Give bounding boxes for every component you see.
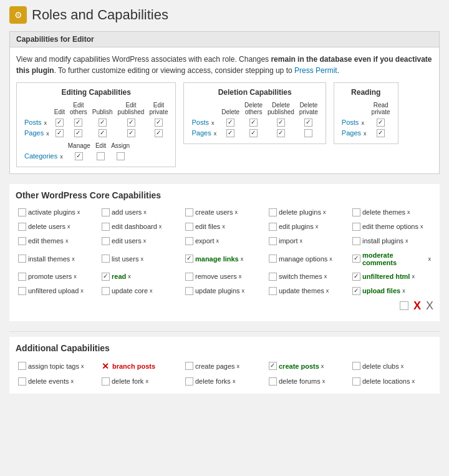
edit-files-remove[interactable]: x: [222, 223, 225, 230]
assign-topic-tags-checkbox[interactable]: [18, 362, 26, 370]
edit-users-checkbox[interactable]: [102, 237, 110, 245]
switch-themes-checkbox[interactable]: [269, 273, 277, 281]
delete-users-remove[interactable]: x: [67, 223, 70, 230]
delete-clubs-checkbox[interactable]: [352, 362, 360, 370]
press-permit-link[interactable]: Press Permit: [294, 66, 337, 75]
list-users-checkbox[interactable]: [102, 255, 110, 263]
delete-fork-checkbox[interactable]: [102, 377, 110, 386]
pages-link[interactable]: Pages: [24, 129, 44, 137]
upload-files-checkbox[interactable]: [352, 287, 360, 295]
red-x-button[interactable]: X: [413, 299, 421, 313]
moderate-comments-remove[interactable]: x: [428, 256, 432, 262]
create-posts-remove[interactable]: x: [321, 363, 324, 369]
delete-locations-checkbox[interactable]: [352, 377, 360, 386]
update-plugins-remove[interactable]: x: [242, 288, 245, 294]
delete-forums-checkbox[interactable]: [269, 377, 277, 386]
del-pages-published-checkbox[interactable]: [277, 129, 285, 137]
delete-events-remove[interactable]: x: [70, 378, 74, 384]
del-pages-delete-checkbox[interactable]: [226, 129, 234, 137]
delete-plugins-remove[interactable]: x: [323, 209, 326, 215]
pages-edit-checkbox[interactable]: [56, 129, 64, 137]
remove-users-remove[interactable]: x: [239, 273, 242, 279]
posts-edit-published-checkbox[interactable]: [127, 119, 135, 127]
edit-dashboard-remove[interactable]: x: [159, 223, 162, 230]
cat-manage-checkbox[interactable]: [75, 152, 83, 160]
delete-events-checkbox[interactable]: [18, 377, 26, 386]
delete-themes-remove[interactable]: x: [407, 209, 410, 215]
import-remove[interactable]: x: [300, 238, 303, 244]
edit-plugins-remove[interactable]: x: [316, 223, 319, 230]
export-remove[interactable]: x: [216, 238, 220, 244]
read-remove[interactable]: x: [128, 273, 131, 279]
del-posts-others-checkbox[interactable]: [249, 119, 258, 127]
promote-users-checkbox[interactable]: [18, 273, 26, 281]
del-posts-private-checkbox[interactable]: [304, 119, 312, 127]
delete-forks-checkbox[interactable]: [185, 377, 193, 386]
del-pages-others-checkbox[interactable]: [249, 129, 258, 137]
del-posts-delete-checkbox[interactable]: [226, 119, 234, 127]
activate-plugins-remove[interactable]: x: [77, 209, 80, 215]
del-pages-private-checkbox[interactable]: [304, 129, 312, 137]
pages-remove[interactable]: x: [46, 130, 49, 137]
activate-plugins-checkbox[interactable]: [18, 208, 26, 216]
install-plugins-checkbox[interactable]: [352, 237, 360, 245]
unfiltered-html-checkbox[interactable]: [352, 273, 360, 281]
edit-plugins-checkbox[interactable]: [269, 223, 277, 231]
read-posts-remove[interactable]: x: [361, 120, 364, 126]
posts-edit-others-checkbox[interactable]: [74, 119, 82, 127]
categories-remove[interactable]: x: [60, 153, 63, 160]
update-core-remove[interactable]: x: [150, 288, 153, 294]
create-pages-remove[interactable]: x: [237, 363, 240, 369]
edit-themes-checkbox[interactable]: [18, 237, 26, 245]
del-pages-link[interactable]: Pages: [191, 129, 211, 137]
del-posts-link[interactable]: Posts: [191, 119, 209, 126]
posts-edit-private-checkbox[interactable]: [155, 119, 163, 127]
pages-publish-checkbox[interactable]: [99, 129, 107, 137]
posts-link[interactable]: Posts: [24, 119, 42, 126]
update-core-checkbox[interactable]: [102, 287, 110, 295]
del-pages-remove[interactable]: x: [214, 130, 217, 137]
add-users-checkbox[interactable]: [102, 208, 110, 216]
read-pages-remove[interactable]: x: [364, 130, 367, 137]
unfiltered-upload-checkbox[interactable]: [18, 287, 26, 295]
delete-themes-checkbox[interactable]: [352, 208, 360, 216]
read-posts-private-checkbox[interactable]: [377, 119, 385, 127]
create-users-remove[interactable]: x: [235, 209, 238, 215]
posts-publish-checkbox[interactable]: [99, 119, 107, 127]
edit-dashboard-checkbox[interactable]: [102, 223, 110, 231]
delete-users-checkbox[interactable]: [18, 223, 26, 231]
gray-x-button[interactable]: X: [426, 299, 433, 313]
delete-forks-remove[interactable]: x: [233, 378, 236, 384]
unfiltered-upload-remove[interactable]: x: [80, 288, 84, 294]
import-checkbox[interactable]: [269, 237, 277, 245]
posts-remove[interactable]: x: [44, 120, 47, 126]
del-posts-published-checkbox[interactable]: [277, 119, 285, 127]
delete-plugins-checkbox[interactable]: [269, 208, 277, 216]
manage-links-checkbox[interactable]: [185, 255, 193, 263]
create-users-checkbox[interactable]: [185, 208, 193, 216]
list-users-remove[interactable]: x: [140, 256, 143, 262]
del-posts-remove[interactable]: x: [211, 120, 215, 126]
cat-assign-checkbox[interactable]: [117, 152, 125, 160]
bulk-checkbox-icon[interactable]: [400, 301, 408, 310]
posts-edit-checkbox[interactable]: [56, 119, 64, 127]
pages-edit-published-checkbox[interactable]: [127, 129, 135, 137]
manage-links-remove[interactable]: x: [241, 256, 244, 262]
read-posts-link[interactable]: Posts: [342, 119, 359, 126]
update-plugins-checkbox[interactable]: [185, 287, 193, 295]
moderate-comments-checkbox[interactable]: [352, 255, 360, 263]
update-themes-checkbox[interactable]: [269, 287, 277, 295]
pages-edit-private-checkbox[interactable]: [155, 129, 163, 137]
delete-locations-remove[interactable]: x: [412, 378, 415, 384]
promote-users-remove[interactable]: x: [74, 273, 77, 279]
switch-themes-remove[interactable]: x: [324, 273, 327, 279]
upload-files-remove[interactable]: x: [402, 288, 405, 294]
delete-clubs-remove[interactable]: x: [401, 363, 404, 369]
delete-fork-remove[interactable]: x: [145, 378, 148, 384]
read-pages-link[interactable]: Pages: [342, 129, 361, 137]
pages-edit-others-checkbox[interactable]: [74, 129, 82, 137]
edit-theme-options-checkbox[interactable]: [352, 223, 360, 231]
cat-edit-checkbox[interactable]: [97, 152, 105, 160]
edit-theme-options-remove[interactable]: x: [420, 223, 423, 230]
create-pages-checkbox[interactable]: [185, 362, 193, 370]
